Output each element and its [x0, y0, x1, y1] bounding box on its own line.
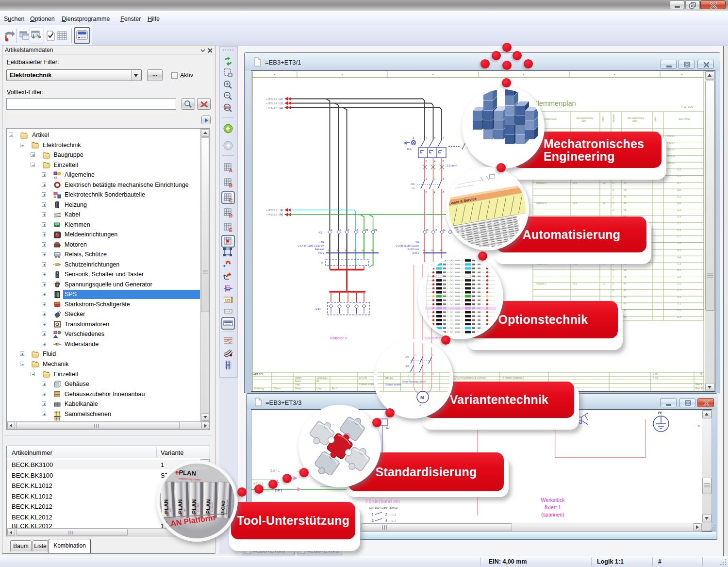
- svg-text:/1.7: /1.7: [677, 235, 681, 238]
- svg-text:Bearb.: Bearb.: [295, 380, 301, 383]
- svg-text:3: 3: [434, 137, 436, 140]
- svg-text:/1.0: /1.0: [677, 189, 681, 191]
- svg-text:E: E: [229, 228, 232, 233]
- svg-text:Datum: Datum: [274, 387, 281, 390]
- svg-text:/1.5: /1.5: [677, 222, 681, 225]
- svg-text:4: 4: [434, 160, 436, 163]
- svg-text:L1: L1: [280, 98, 282, 100]
- svg-text:Name: Name: [295, 387, 301, 390]
- svg-text:2,5 mm²: 2,5 mm²: [447, 164, 457, 167]
- svg-text:/1.3: /1.3: [677, 316, 681, 318]
- svg-text:/1.4: /1.4: [391, 519, 397, 522]
- svg-text:BK: BK: [371, 250, 374, 251]
- svg-text:+ IPS/3.4: + IPS/3.4: [665, 149, 675, 151]
- svg-text:ePLAN: ePLAN: [191, 500, 197, 516]
- svg-text:Seite / Pfad: Seite / Pfad: [678, 118, 690, 120]
- svg-text:Blatt: Blatt: [695, 383, 700, 385]
- svg-text:+W1: +W1: [319, 240, 325, 243]
- svg-text:/1.0: /1.0: [677, 296, 681, 299]
- svg-text:B: B: [229, 183, 232, 188]
- svg-text:8: 8: [348, 229, 349, 232]
- svg-text:12: 12: [426, 229, 429, 232]
- svg-text:Roboter 2: Roboter 2: [536, 182, 546, 184]
- svg-text:Roboter 2: Roboter 2: [536, 202, 546, 204]
- svg-text:/1.2: /1.2: [677, 309, 681, 312]
- svg-text:+ IPS/3.3 /: + IPS/3.3 /: [266, 209, 279, 212]
- svg-text:5 papel projekt: 5 papel projekt: [385, 383, 401, 386]
- svg-text:Roboter 2: Roboter 2: [330, 336, 347, 340]
- svg-text:PE: PE: [280, 213, 283, 216]
- svg-text:BK: BK: [345, 250, 348, 251]
- svg-text:/1.2: /1.2: [677, 202, 681, 204]
- svg-text:+ IPS/3.4 /: + IPS/3.4 /: [266, 98, 279, 100]
- svg-text:IPL: IPL: [316, 380, 320, 383]
- svg-text:/31: /31: [412, 187, 415, 189]
- svg-text:A2: A2: [386, 426, 390, 430]
- svg-text:45: 45: [624, 189, 627, 191]
- svg-text:nach: nach: [632, 120, 637, 122]
- svg-text:A mobile Station 2: A mobile Station 2: [502, 376, 524, 379]
- svg-text:5: 5: [443, 178, 444, 180]
- svg-text:45: 45: [624, 302, 627, 305]
- svg-text:2.9 / -L: 2.9 / -L: [270, 469, 281, 472]
- svg-text:3: 3: [372, 519, 374, 522]
- svg-text:Ziel bezeichnung: Ziel bezeichnung: [628, 117, 645, 119]
- svg-text:Werkstück: Werkstück: [541, 497, 565, 503]
- svg-text:3 00 V: 3 00 V: [413, 251, 420, 254]
- svg-text:/1.1: /1.1: [677, 196, 681, 198]
- svg-text:ppe: ppe: [183, 508, 185, 512]
- svg-text:electric P8: electric P8: [211, 502, 214, 513]
- svg-text:EPLAN: EPLAN: [359, 376, 367, 379]
- svg-text:BK: BK: [362, 250, 365, 251]
- svg-text:Änderung: Änderung: [254, 387, 264, 390]
- svg-text:6: 6: [443, 191, 444, 194]
- svg-text:/1.3: /1.3: [677, 263, 681, 265]
- svg-text:2: 2: [385, 513, 387, 516]
- svg-text:PE: PE: [374, 229, 377, 232]
- svg-text:/1.4: /1.4: [677, 269, 681, 271]
- svg-text:2: 2: [426, 160, 427, 163]
- svg-text:/1.6: /1.6: [677, 283, 681, 285]
- svg-text:EPLAN: EPLAN: [385, 377, 394, 380]
- svg-text:PE: PE: [658, 411, 662, 415]
- svg-text:Gepr.: Gepr.: [295, 384, 300, 386]
- svg-text:BK: BK: [440, 250, 443, 251]
- svg-text:M: M: [420, 395, 424, 400]
- svg-text:L3: L3: [280, 106, 282, 109]
- svg-text:nach: nach: [581, 120, 586, 122]
- svg-text:(spannen): (spannen): [541, 512, 564, 517]
- svg-text:EPLAN Software & Service: EPLAN Software & Service: [454, 376, 486, 379]
- svg-text:6: 6: [443, 160, 444, 163]
- svg-text:PE1: PE1: [275, 488, 282, 493]
- svg-text:1: 1: [426, 137, 427, 140]
- svg-text:5 papel projekt: 5 papel projekt: [359, 383, 375, 385]
- svg-text:PE: PE: [365, 229, 368, 232]
- svg-text:5: 5: [612, 283, 614, 285]
- svg-text:+ IPS/3.4: + IPS/3.4: [665, 142, 675, 144]
- svg-text:45: 45: [624, 289, 627, 292]
- svg-text:45: 45: [624, 209, 627, 211]
- svg-text:#: #: [229, 310, 230, 313]
- svg-text:-X2: -X2: [318, 231, 323, 234]
- svg-text:Klemme: Klemme: [612, 114, 615, 122]
- svg-text:8: 8: [612, 182, 614, 184]
- svg-text:1: 1: [372, 513, 374, 516]
- svg-text:+ IPS/3.4: + IPS/3.4: [665, 135, 675, 137]
- svg-text:3~: 3~: [419, 403, 422, 406]
- svg-text:10 A: 10 A: [407, 148, 412, 150]
- svg-text:SRT1024+1B64+SMAD: SRT1024+1B64+SMAD: [369, 506, 397, 509]
- svg-text:Ers. f: Ers. f: [332, 387, 337, 390]
- svg-text:ePLAN: ePLAN: [175, 468, 197, 477]
- svg-text:/1.1: /1.1: [677, 249, 681, 251]
- svg-text:740 V: 740 V: [318, 251, 325, 254]
- svg-text:BK: BK: [328, 250, 331, 251]
- svg-text:=F1: =F1: [697, 424, 702, 428]
- svg-text:/1.1: /1.1: [677, 302, 681, 305]
- svg-text:4: 4: [434, 191, 436, 194]
- svg-text:2: 2: [700, 373, 702, 376]
- svg-text:/1.3: /1.3: [677, 209, 681, 211]
- svg-text:+ IPS/3.4: + IPS/3.4: [665, 155, 675, 158]
- svg-text:BK: BK: [423, 250, 426, 251]
- svg-text:-K1: -K1: [410, 183, 415, 185]
- svg-text:0 LA BI (L1B0 C1)10 0H: 0 LA BI (L1B0 C1)10 0H: [298, 244, 324, 247]
